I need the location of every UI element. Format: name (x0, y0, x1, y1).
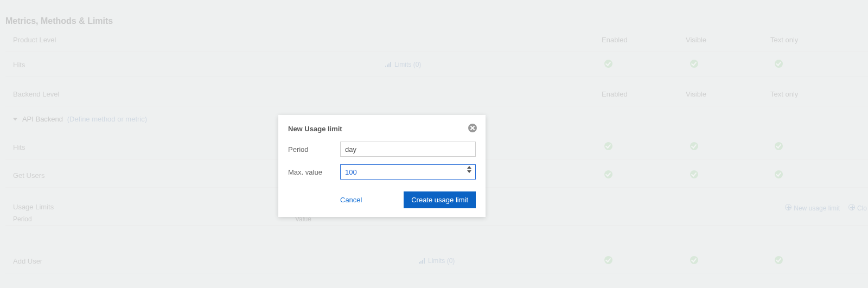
max-value-input[interactable] (340, 164, 476, 180)
close-icon[interactable] (468, 124, 477, 132)
period-field-label: Period (288, 145, 340, 153)
create-usage-limit-button[interactable]: Create usage limit (404, 191, 476, 208)
modal-title: New Usage limit (288, 125, 476, 133)
stepper-up-icon[interactable] (467, 166, 471, 169)
period-input[interactable] (340, 142, 476, 157)
cancel-button[interactable]: Cancel (340, 196, 362, 204)
stepper-down-icon[interactable] (467, 170, 471, 173)
max-value-field-label: Max. value (288, 168, 340, 176)
new-usage-limit-modal: New Usage limit Period Max. value Cancel… (278, 115, 486, 217)
